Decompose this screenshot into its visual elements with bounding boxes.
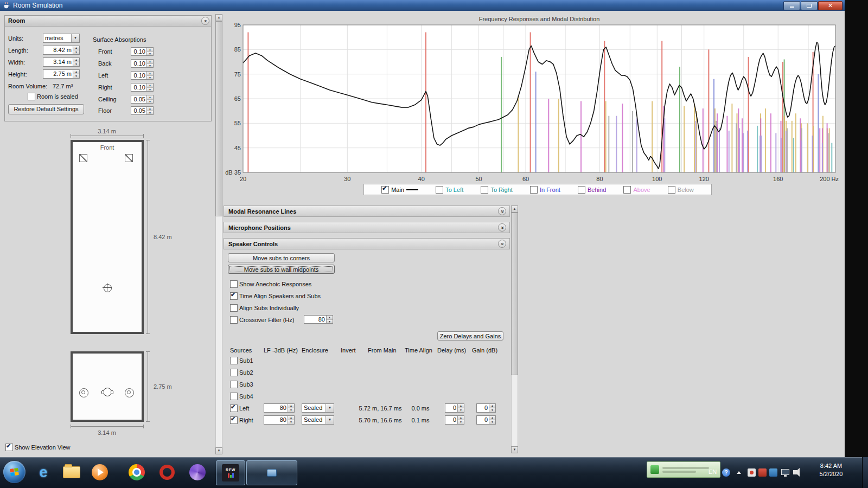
spinner-arrows[interactable]: ▲▼ xyxy=(288,416,294,424)
sections-scrollbar-thumb[interactable] xyxy=(511,213,518,375)
sub2-checkbox[interactable] xyxy=(230,369,238,376)
units-select[interactable]: metres ▼ xyxy=(43,34,80,43)
sections-scroll-down-button[interactable]: ▼ xyxy=(511,446,518,453)
show-elevation-checkbox[interactable] xyxy=(5,444,13,451)
tray-icon[interactable] xyxy=(769,468,777,477)
spinner-arrows[interactable]: ▲▼ xyxy=(146,95,153,103)
spinner-arrows[interactable]: ▲▼ xyxy=(146,107,153,114)
length-input[interactable]: 8.42 m ▲▼ xyxy=(43,46,80,55)
right-speaker-topdown-icon[interactable] xyxy=(125,154,133,162)
file-explorer-icon[interactable] xyxy=(60,460,84,484)
left-gain-input[interactable]: 0 ▲▼ xyxy=(476,403,496,413)
spinner-arrows[interactable]: ▲▼ xyxy=(326,316,333,323)
internet-explorer-icon[interactable]: e xyxy=(31,460,55,484)
align-individually-checkbox[interactable] xyxy=(230,304,238,312)
legend-checkbox-in-front[interactable] xyxy=(530,186,538,194)
legend-checkbox-main[interactable] xyxy=(381,186,389,194)
sub4-checkbox[interactable] xyxy=(230,393,238,400)
help-tray-icon[interactable]: ? xyxy=(722,468,730,477)
left-speaker-topdown-icon[interactable] xyxy=(79,154,87,162)
sub3-checkbox[interactable] xyxy=(230,381,238,388)
sub1-checkbox[interactable] xyxy=(230,357,238,364)
absorption-floor-input[interactable]: 0.05 ▲▼ xyxy=(131,106,154,115)
time-align-checkbox[interactable] xyxy=(230,292,238,300)
right-lf-input[interactable]: 80 ▲▼ xyxy=(264,415,295,425)
taskbar-clock[interactable]: 8:42 AM 5/2/2020 xyxy=(806,462,856,478)
spinner-arrows[interactable]: ▲▼ xyxy=(457,404,464,412)
section-microphone-positions[interactable]: Microphone Positions xyxy=(224,222,510,233)
scroll-down-button[interactable]: ▼ xyxy=(215,447,222,454)
close-button[interactable]: ✕ xyxy=(818,1,843,10)
move-subs-corners-button[interactable]: Move subs to corners xyxy=(228,253,335,262)
open-window-taskbar-button[interactable] xyxy=(246,460,297,485)
units-dropdown-icon[interactable]: ▼ xyxy=(71,34,79,42)
absorption-ceiling-input[interactable]: 0.05 ▲▼ xyxy=(131,95,154,104)
volume-tray-icon[interactable] xyxy=(793,470,797,474)
sections-scroll-up-button[interactable]: ▲ xyxy=(511,206,518,213)
left-speaker-elevation-icon[interactable] xyxy=(79,388,88,397)
language-indicator[interactable]: EN xyxy=(709,468,717,475)
listener-position-icon[interactable] xyxy=(104,284,112,292)
right-source-checkbox[interactable] xyxy=(230,416,238,424)
expand-modal-section-button[interactable] xyxy=(498,207,506,215)
left-delay-input[interactable]: 0 ▲▼ xyxy=(445,403,464,413)
restore-defaults-button[interactable]: Restore Default Settings xyxy=(8,104,84,114)
hidden-icons-chevron[interactable] xyxy=(737,471,741,474)
height-input[interactable]: 2.75 m ▲▼ xyxy=(43,69,80,79)
legend-checkbox-above[interactable] xyxy=(623,186,631,194)
room-sealed-checkbox[interactable] xyxy=(28,93,35,100)
spinner-arrows[interactable]: ▲▼ xyxy=(146,72,153,79)
legend-checkbox-to-right[interactable] xyxy=(481,186,488,194)
legend-checkbox-below[interactable] xyxy=(668,186,675,194)
crossover-checkbox[interactable] xyxy=(230,316,238,324)
legend-checkbox-behind[interactable] xyxy=(578,186,585,194)
tray-icon[interactable] xyxy=(748,468,756,477)
absorption-right-input[interactable]: 0.10 ▲▼ xyxy=(131,83,154,92)
spinner-arrows[interactable]: ▲▼ xyxy=(146,48,153,55)
width-input[interactable]: 3.14 m ▲▼ xyxy=(43,57,80,67)
spinner-arrows[interactable]: ▲▼ xyxy=(288,404,294,412)
left-enclosure-select[interactable]: Sealed ▼ xyxy=(302,403,334,413)
crossover-frequency-input[interactable]: 80 ▲▼ xyxy=(304,315,333,324)
scroll-up-button[interactable]: ▲ xyxy=(215,14,222,21)
left-source-checkbox[interactable] xyxy=(230,404,238,412)
app-swirl-icon[interactable] xyxy=(186,460,209,484)
right-gain-input[interactable]: 0 ▲▼ xyxy=(476,415,496,425)
legend-checkbox-to-left[interactable] xyxy=(436,186,443,194)
absorption-front-input[interactable]: 0.10 ▲▼ xyxy=(131,47,154,56)
tray-icon[interactable] xyxy=(758,468,767,477)
height-spinner-arrows[interactable]: ▲▼ xyxy=(73,70,79,78)
right-speaker-elevation-icon[interactable] xyxy=(125,388,134,397)
spinner-arrows[interactable]: ▲▼ xyxy=(457,416,464,424)
left-lf-input[interactable]: 80 ▲▼ xyxy=(264,403,295,413)
absorption-back-input[interactable]: 0.10 ▲▼ xyxy=(131,59,154,68)
start-button[interactable] xyxy=(3,461,25,483)
section-modal-resonance-lines[interactable]: Modal Resonance Lines xyxy=(224,206,510,217)
width-spinner-arrows[interactable]: ▲▼ xyxy=(73,58,79,66)
collapse-speaker-section-button[interactable] xyxy=(498,240,506,248)
right-delay-input[interactable]: 0 ▲▼ xyxy=(445,415,464,425)
section-speaker-controls[interactable]: Speaker Controls xyxy=(224,238,510,249)
expand-mic-section-button[interactable] xyxy=(498,223,506,232)
spinner-arrows[interactable]: ▲▼ xyxy=(146,60,153,67)
listener-head-icon[interactable] xyxy=(103,388,112,396)
spinner-arrows[interactable]: ▲▼ xyxy=(146,84,153,91)
opera-icon[interactable] xyxy=(155,460,179,484)
minimize-button[interactable] xyxy=(783,1,800,10)
room-panel-header[interactable]: Room xyxy=(5,16,211,27)
maximize-button[interactable] xyxy=(801,1,818,10)
spinner-arrows[interactable]: ▲▼ xyxy=(489,416,495,424)
anechoic-checkbox[interactable] xyxy=(230,280,238,288)
rew-taskbar-button[interactable]: REW xyxy=(216,460,245,485)
network-tray-icon[interactable] xyxy=(781,469,789,475)
spinner-arrows[interactable]: ▲▼ xyxy=(489,404,495,412)
panel-scrollbar-thumb[interactable] xyxy=(215,21,222,216)
enclosure-dropdown-icon[interactable]: ▼ xyxy=(326,416,334,424)
right-enclosure-select[interactable]: Sealed ▼ xyxy=(302,415,334,425)
zero-delays-gains-button[interactable]: Zero Delays and Gains xyxy=(437,331,503,341)
collapse-room-button[interactable] xyxy=(201,17,209,25)
enclosure-dropdown-icon[interactable]: ▼ xyxy=(326,404,334,412)
media-player-icon[interactable] xyxy=(88,460,112,484)
length-spinner-arrows[interactable]: ▲▼ xyxy=(73,46,79,54)
absorption-left-input[interactable]: 0.10 ▲▼ xyxy=(131,71,154,80)
